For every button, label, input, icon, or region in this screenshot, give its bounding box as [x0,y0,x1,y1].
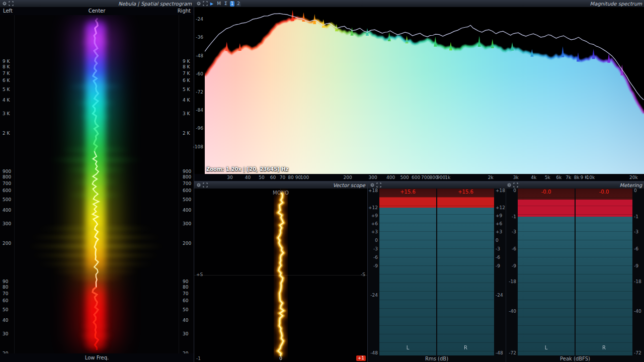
db-tick-label: -84 [196,108,203,113]
freq-tick-label: 900 [183,169,191,174]
freq-tick-label: 8 K [183,64,190,69]
freq-tick-label: 4 K [183,98,190,103]
freq-tick-label: 5k [545,175,550,180]
magnitude-titlebar: ▶ M Σ 1 2 Magnitude spectrum [194,0,644,7]
freq-tick-label: 5 K [3,87,10,92]
resize-icon[interactable] [203,1,208,6]
freq-tick-label: 7 K [3,71,10,76]
resize-icon[interactable] [203,183,208,188]
left-channel-label: Left [3,8,13,14]
meter-scale-tick: -9 [496,263,500,268]
meter-scale-tick: +3 [371,229,378,234]
correlation-readout-badge: +1 [356,355,366,361]
freq-tick-label: 1k [445,175,450,180]
metering-titlebar: Metering [368,182,644,189]
channel-label: R [437,345,494,350]
freq-tick-label: 9 K [3,59,10,64]
spectrogram-blob [0,15,194,353]
freq-tick-label: 300 [3,221,11,226]
freq-tick-label: 50 [259,175,264,180]
meter-bar-r[interactable]: +15.6R [437,189,494,355]
meter-scale-tick: +9 [496,213,502,218]
freq-tick-label: 20k [629,175,638,180]
freq-tick-label: 50 [183,307,188,312]
slot-1-button[interactable]: 1 [230,1,235,7]
right-channel-label: Right [178,8,191,14]
freq-tick-label: 70 [280,175,285,180]
panel-title: Magnitude spectrum [590,1,642,7]
meter-readout: +15.6 [379,189,436,195]
magnitude-spectrum-panel: ▶ M Σ 1 2 Magnitude spectrum -24-36-48-6… [194,0,644,181]
freq-tick-label: 700 [421,175,430,180]
db-tick-label: -48 [196,53,203,58]
meter-scale-tick: -3 [373,246,378,251]
slot-2-button[interactable]: 2 [236,1,241,7]
meter-scale-tick: -48 [370,350,378,355]
meter-scale-tick: +3 [496,229,502,234]
freq-tick-label: 4 K [3,98,10,103]
meter-scale-left: +18+12+9+6+30-3-6-9-24-48 [368,189,379,355]
meter-scale-tick: -24 [370,293,378,298]
meter-scale-right: +18+12+9+6+30-3-6-9-24-48 [494,189,505,355]
freq-tick-label: 3 K [183,111,190,116]
meter-scale-tick: 0 [375,238,378,243]
mono-button[interactable]: M [216,1,222,7]
settings-gear-icon[interactable] [507,183,512,188]
resize-icon[interactable] [9,1,14,6]
freq-tick-label: 2k [488,175,494,180]
freq-tick-label: 40 [3,318,8,323]
meter-caption: Rms (dB) [368,355,505,362]
freq-tick-label: 6 K [3,78,10,83]
freq-tick-label: 600 [183,188,191,193]
freq-tick-label: 60 [183,298,188,303]
freq-tick-label: 800 [3,174,11,179]
freq-tick-label: 60 [3,298,8,303]
resize-icon[interactable] [513,183,518,188]
freq-tick-label: 900 [437,175,445,180]
vector-scope-display[interactable]: MONO +S -S -1 0 +1 [194,189,367,362]
meter-scale-tick: -3 [496,246,500,251]
meter-scale-tick: -18 [634,279,641,284]
correlation-mid-label: 0 [279,356,282,361]
spectrum-canvas: Zoom: 1.20x | [20, 23645] Hz [205,7,644,174]
meter-bar-l[interactable]: +15.6L [379,189,436,355]
spatial-titlebar: Nebula | Spatial spectrogram [0,0,194,7]
meter-scale-tick: -9 [512,263,516,268]
settings-gear-icon[interactable] [196,1,201,6]
freq-tick-label: 400 [3,208,11,213]
meter-bar-l[interactable]: -0.0L [518,189,575,355]
channel-label: R [576,345,632,350]
sum-button[interactable]: Σ [223,1,228,7]
freq-tick-label: 30 [227,175,232,180]
freq-tick-label: 10k [586,175,595,180]
play-button[interactable]: ▶ [209,1,214,7]
meter-scale-tick: -3 [512,229,516,234]
meter-bar-r[interactable]: -0.0R [576,189,632,355]
spectrogram-core-svg [0,15,194,353]
panel-title: Nebula | Spatial spectrogram [118,1,192,7]
freq-tick-label: 200 [344,175,352,180]
meter-scale-tick: -6 [634,246,638,251]
meter-scale-tick: -1 [634,214,638,219]
freq-tick-label: 6k [556,175,561,180]
freq-tick-label: 300 [369,175,377,180]
meter-scale-tick: -18 [509,279,516,284]
freq-tick-label: 500 [400,175,409,180]
freq-tick-label: 8 K [3,64,10,69]
meter-scale-tick: -40 [509,309,516,314]
meter-group-rms: +18+12+9+6+30-3-6-9-24-48+15.6L+15.6R+18… [368,189,506,362]
meter-scale-tick: -9 [373,263,378,268]
freq-tick-label: 30 [183,331,188,336]
magnitude-spectrum-display[interactable]: -24-36-48-60-72-84-96-108 [194,7,644,174]
resize-icon[interactable] [376,183,381,188]
spatial-spectrogram-display[interactable]: 9 K8 K7 K6 K5 K4 K3 K2 K9008007006005004… [0,15,194,353]
meter-scale-tick: -3 [634,229,638,234]
settings-gear-icon[interactable] [370,183,375,188]
settings-gear-icon[interactable] [2,1,7,6]
freq-tick-label: 60 [270,175,276,180]
settings-gear-icon[interactable] [196,183,201,188]
freq-tick-label: 400 [183,208,191,213]
freq-tick-label: 80 [183,285,188,290]
freq-tick-label: 600 [412,175,420,180]
meter-readout: +15.6 [437,189,494,195]
